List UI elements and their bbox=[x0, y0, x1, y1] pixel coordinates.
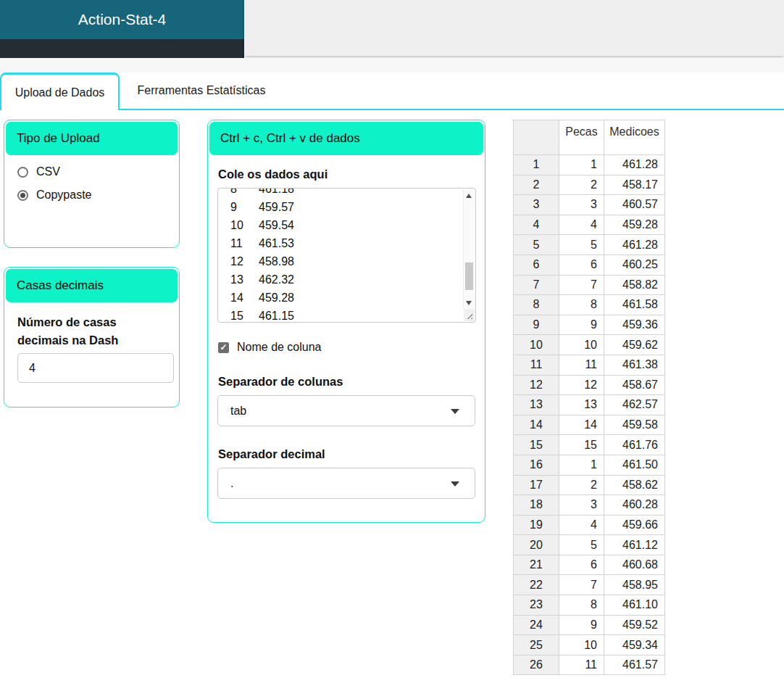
table-body: 11461.2822458.1733460.5744459.2855461.28… bbox=[514, 155, 665, 675]
decimals-label: Número de casas decimais na Dash bbox=[17, 313, 166, 349]
table-cell-index: 2 bbox=[514, 175, 559, 195]
table-cell-medicoes: 460.57 bbox=[604, 195, 665, 215]
paste-textarea[interactable]: 8461.189459.5710459.5411461.5312458.9813… bbox=[217, 188, 476, 323]
textarea-line-value: 461.18 bbox=[259, 188, 294, 198]
table-cell-pecas: 8 bbox=[559, 595, 604, 616]
textarea-line-index: 12 bbox=[230, 252, 259, 270]
table-cell-index: 1 bbox=[514, 155, 559, 175]
table-cell-pecas: 13 bbox=[559, 395, 604, 415]
table-row[interactable]: 216460.68 bbox=[514, 555, 665, 575]
table-cell-pecas: 10 bbox=[559, 635, 604, 655]
table-cell-medicoes: 459.52 bbox=[604, 615, 665, 635]
table-row[interactable]: 205461.12 bbox=[514, 535, 665, 555]
table-cell-index: 25 bbox=[514, 635, 559, 655]
textarea-line-index: 9 bbox=[230, 198, 259, 216]
table-cell-pecas: 5 bbox=[559, 235, 604, 255]
textarea-resize-corner[interactable] bbox=[464, 309, 475, 321]
table-cell-index: 13 bbox=[514, 395, 559, 415]
table-row[interactable]: 1212458.67 bbox=[514, 375, 665, 395]
data-table: Pecas Medicoes 11461.2822458.1733460.574… bbox=[513, 120, 665, 675]
table-cell-pecas: 11 bbox=[559, 355, 604, 375]
checkbox-icon[interactable] bbox=[218, 342, 229, 353]
table-row[interactable]: 2611461.57 bbox=[514, 655, 665, 675]
table-cell-pecas: 9 bbox=[559, 315, 604, 335]
table-cell-medicoes: 460.25 bbox=[604, 255, 665, 275]
table-cell-pecas: 2 bbox=[559, 175, 604, 195]
table-cell-pecas: 3 bbox=[559, 495, 604, 516]
top-navbar bbox=[244, 0, 784, 56]
textarea-line: 11461.53 bbox=[230, 234, 461, 252]
table-row[interactable]: 1414459.58 bbox=[514, 415, 665, 435]
table-cell-index: 19 bbox=[514, 515, 559, 535]
table-cell-medicoes: 462.57 bbox=[604, 395, 665, 415]
tab-upload-de-dados[interactable]: Upload de Dados bbox=[0, 73, 120, 110]
table-row[interactable]: 172458.62 bbox=[514, 475, 665, 495]
decimals-input[interactable]: 4 bbox=[17, 353, 174, 383]
table-cell-medicoes: 458.62 bbox=[604, 475, 665, 495]
table-cell-index: 7 bbox=[514, 275, 559, 295]
table-row[interactable]: 11461.28 bbox=[514, 155, 665, 175]
table-cell-pecas: 1 bbox=[559, 155, 604, 175]
table-cell-pecas: 1 bbox=[559, 455, 604, 475]
table-row[interactable]: 22458.17 bbox=[514, 175, 665, 195]
checkbox-label: Nome de coluna bbox=[237, 341, 322, 354]
tab-ferramentas-estatisticas[interactable]: Ferramentas Estatísticas bbox=[120, 73, 283, 109]
column-name-checkbox-row[interactable]: Nome de coluna bbox=[218, 341, 475, 354]
radio-option-csv[interactable]: CSV bbox=[17, 165, 179, 178]
table-row[interactable]: 1515461.76 bbox=[514, 435, 665, 455]
table-header-medicoes: Medicoes bbox=[604, 120, 665, 155]
table-header-pecas: Pecas bbox=[559, 120, 604, 155]
table-cell-index: 14 bbox=[514, 415, 559, 435]
panel-copypaste: Ctrl + c, Ctrl + v de dados Cole os dado… bbox=[207, 120, 485, 523]
table-row[interactable]: 88461.58 bbox=[514, 295, 665, 315]
select-value: tab bbox=[230, 405, 246, 418]
table-cell-pecas: 4 bbox=[559, 515, 604, 535]
table-cell-index: 11 bbox=[514, 355, 559, 375]
table-cell-index: 9 bbox=[514, 315, 559, 335]
table-row[interactable]: 1010459.62 bbox=[514, 335, 665, 355]
panel-tipo-de-upload: Tipo de Upload CSV Copypaste bbox=[4, 120, 180, 248]
table-row[interactable]: 1111461.38 bbox=[514, 355, 665, 375]
scrollbar-thumb[interactable] bbox=[465, 262, 473, 290]
table-row[interactable]: 77458.82 bbox=[514, 275, 665, 295]
table-row[interactable]: 238461.10 bbox=[514, 595, 665, 616]
table-row[interactable]: 55461.28 bbox=[514, 235, 665, 255]
textarea-line: 12458.98 bbox=[230, 252, 461, 270]
table-cell-medicoes: 461.58 bbox=[604, 295, 665, 315]
textarea-line-value: 458.98 bbox=[259, 252, 294, 270]
table-row[interactable]: 2510459.34 bbox=[514, 635, 665, 655]
radio-option-copypaste[interactable]: Copypaste bbox=[17, 189, 179, 202]
caret-down-icon bbox=[451, 409, 459, 414]
table-row[interactable]: 227458.95 bbox=[514, 575, 665, 595]
decimal-separator-select[interactable]: . bbox=[217, 468, 475, 499]
scrollbar-down-icon[interactable] bbox=[466, 301, 472, 305]
scrollbar-up-icon[interactable] bbox=[466, 194, 472, 198]
table-cell-pecas: 9 bbox=[559, 615, 604, 635]
table-row[interactable]: 66460.25 bbox=[514, 255, 665, 275]
table-row[interactable]: 33460.57 bbox=[514, 195, 665, 215]
radio-icon bbox=[17, 167, 28, 178]
table-cell-index: 20 bbox=[514, 535, 559, 555]
table-row[interactable]: 161461.50 bbox=[514, 455, 665, 475]
table-row[interactable]: 1313462.57 bbox=[514, 395, 665, 415]
textarea-line-value: 461.15 bbox=[259, 307, 294, 323]
textarea-line: 14459.28 bbox=[230, 289, 461, 307]
table-row[interactable]: 194459.66 bbox=[514, 515, 665, 535]
table-row[interactable]: 44459.28 bbox=[514, 215, 665, 235]
table-cell-pecas: 3 bbox=[559, 195, 604, 215]
textarea-line-value: 459.57 bbox=[259, 198, 294, 216]
textarea-line-index: 8 bbox=[230, 188, 259, 198]
table-cell-medicoes: 461.12 bbox=[604, 535, 665, 555]
table-row[interactable]: 249459.52 bbox=[514, 615, 665, 635]
radio-icon bbox=[17, 190, 28, 201]
textarea-line-index: 15 bbox=[230, 307, 259, 323]
table-cell-medicoes: 461.76 bbox=[604, 435, 665, 455]
column-separator-label: Separador de colunas bbox=[218, 375, 475, 389]
table-row[interactable]: 99459.36 bbox=[514, 315, 665, 335]
textarea-scrollbar[interactable] bbox=[463, 189, 475, 309]
column-separator-select[interactable]: tab bbox=[217, 395, 475, 426]
table-cell-index: 16 bbox=[514, 455, 559, 475]
table-cell-medicoes: 458.17 bbox=[604, 175, 665, 195]
table-cell-index: 18 bbox=[514, 495, 559, 516]
table-row[interactable]: 183460.28 bbox=[514, 495, 665, 516]
